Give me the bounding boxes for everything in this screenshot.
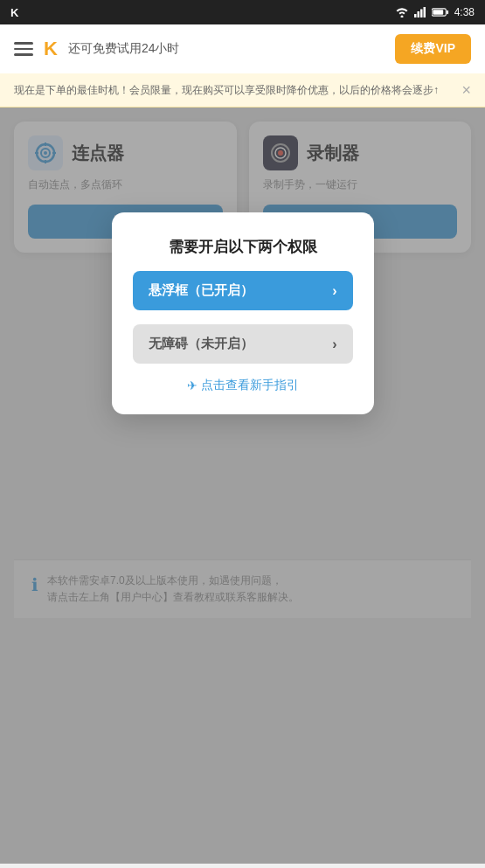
permission-overlay: 需要开启以下两个权限 悬浮框（已开启） › 无障碍（未开启） › ✈ 点击查看新… xyxy=(0,108,485,864)
main-content: 连点器 自动连点，多点循环 启动 录制器 录制手势，一键运行 启动 xyxy=(0,108,485,864)
banner-text: 现在是下单的最佳时机！会员限量，现在购买可以享受限时降价优惠，以后的价格将会逐步… xyxy=(14,83,461,98)
top-nav-left: K 还可免费试用24小时 xyxy=(14,38,179,60)
vip-button[interactable]: 续费VIP xyxy=(395,34,471,64)
signal-icon xyxy=(414,7,426,17)
svg-rect-2 xyxy=(420,10,423,18)
svg-rect-0 xyxy=(414,14,417,17)
status-bar-left: K xyxy=(10,6,18,19)
permission1-label: 悬浮框（已开启） xyxy=(149,282,253,299)
guide-link-text: 点击查看新手指引 xyxy=(201,378,299,393)
banner: 现在是下单的最佳时机！会员限量，现在购买可以享受限时降价优惠，以后的价格将会逐步… xyxy=(0,73,485,108)
status-bar-right: 4:38 xyxy=(395,6,475,18)
time-display: 4:38 xyxy=(454,6,475,18)
guide-link-icon: ✈ xyxy=(187,378,197,392)
dialog-title: 需要开启以下两个权限 xyxy=(169,237,317,257)
svg-rect-3 xyxy=(423,7,426,17)
permission2-arrow: › xyxy=(332,337,336,352)
guide-link[interactable]: ✈ 点击查看新手指引 xyxy=(187,378,299,393)
accessibility-permission-btn[interactable]: 无障碍（未开启） › xyxy=(133,324,353,364)
status-bar: K 4:38 xyxy=(0,0,485,24)
svg-rect-6 xyxy=(447,10,448,15)
menu-button[interactable] xyxy=(14,42,33,56)
overlay-permission-btn[interactable]: 悬浮框（已开启） › xyxy=(133,271,353,310)
permission-dialog: 需要开启以下两个权限 悬浮框（已开启） › 无障碍（未开启） › ✈ 点击查看新… xyxy=(112,212,374,414)
banner-close-button[interactable]: × xyxy=(461,82,471,98)
top-nav: K 还可免费试用24小时 续费VIP xyxy=(0,24,485,73)
svg-rect-1 xyxy=(417,11,419,17)
permission2-label: 无障碍（未开启） xyxy=(149,336,253,352)
app-icon: K xyxy=(10,6,18,19)
permission1-arrow: › xyxy=(332,283,336,299)
logo: K xyxy=(44,38,58,60)
battery-icon xyxy=(432,7,449,17)
svg-rect-5 xyxy=(433,10,443,14)
trial-text: 还可免费试用24小时 xyxy=(68,41,180,57)
wifi-icon xyxy=(395,7,409,17)
